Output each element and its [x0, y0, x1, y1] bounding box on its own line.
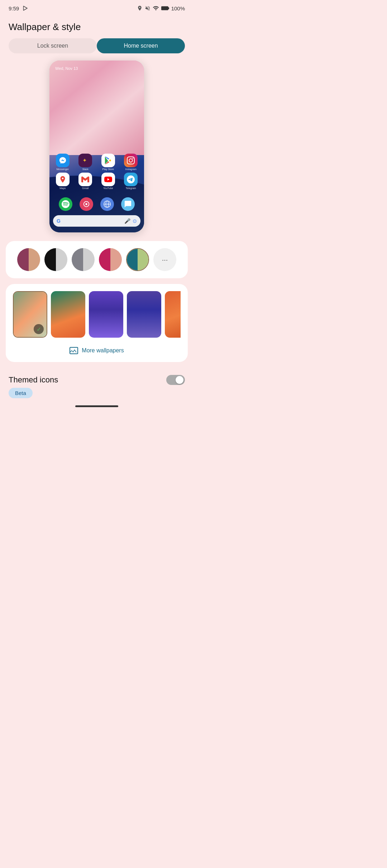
wallpaper-thumb-5[interactable] [165, 291, 181, 338]
battery-percent: 100% [171, 5, 185, 11]
more-wallpapers-label: More wallpapers [82, 347, 124, 354]
svg-marker-0 [24, 6, 28, 10]
wallpaper-thumb-1[interactable]: ✓ [13, 291, 47, 338]
mic-icon: 🎤 [124, 218, 130, 224]
playstore-icon [101, 154, 115, 167]
more-swatches-button[interactable]: ··· [153, 248, 176, 271]
app-label: YouTube [103, 187, 113, 189]
slack-icon: ✦ [78, 154, 92, 167]
palette-swatch-1[interactable] [17, 248, 40, 271]
phone-bg-top [49, 61, 144, 155]
list-item: Instagram [121, 154, 142, 170]
wallpaper-row: ✓ [13, 291, 181, 339]
google-logo: G [57, 218, 61, 224]
phone-date: Wed, Nov 13 [55, 66, 78, 71]
lens-icon: ⊙ [133, 218, 137, 224]
wallpaper-icon [70, 346, 78, 355]
bottom-bar [0, 398, 194, 411]
list-item: Telegram [121, 173, 142, 189]
app-label: Maps [59, 187, 66, 189]
svg-text:✦: ✦ [82, 157, 87, 163]
list-item: Play Store [98, 154, 119, 170]
app-label: Instagram [125, 168, 137, 170]
more-wallpapers-button[interactable]: More wallpapers [13, 345, 181, 355]
phone-preview-wrap: Wed, Nov 13 Messenger ✦ Slack Play St [0, 61, 194, 232]
tab-home-screen[interactable]: Home screen [97, 38, 185, 53]
svg-point-5 [62, 178, 63, 179]
palette-row: ··· [13, 248, 181, 271]
palette-swatch-4[interactable] [99, 248, 122, 271]
svg-point-7 [85, 203, 87, 205]
app-label: Play Store [102, 168, 114, 170]
app-label: Messenger [56, 168, 69, 170]
palette-swatch-5[interactable] [126, 248, 149, 271]
palette-swatch-2[interactable] [44, 248, 67, 271]
app-grid: Messenger ✦ Slack Play Store Instagram [49, 154, 144, 189]
instagram-icon [124, 154, 138, 167]
status-left: 9:59 [9, 5, 28, 11]
spotify-icon [59, 197, 72, 211]
browser-icon [100, 197, 114, 211]
list-item: YouTube [98, 173, 119, 189]
wallpaper-thumb-2[interactable] [51, 291, 85, 338]
beta-badge: Beta [0, 388, 194, 398]
maps-icon [56, 173, 70, 186]
svg-rect-3 [168, 7, 169, 9]
app-label: Slack [82, 168, 89, 170]
selected-check: ✓ [34, 324, 44, 334]
gmail-icon [78, 173, 92, 186]
tab-lock-screen[interactable]: Lock screen [9, 38, 97, 53]
messages-icon [121, 197, 135, 211]
time: 9:59 [9, 5, 19, 11]
wifi-icon [153, 5, 159, 11]
app-label: Gmail [82, 187, 89, 189]
list-item: Maps [52, 173, 73, 189]
phone-search-bar[interactable]: G 🎤 ⊙ [53, 215, 140, 227]
app-label: Telegram [126, 187, 136, 189]
themed-icons-label: Themed icons [9, 375, 58, 385]
status-bar: 9:59 100% [0, 0, 194, 14]
svg-rect-2 [161, 7, 168, 10]
phone-preview: Wed, Nov 13 Messenger ✦ Slack Play St [49, 61, 144, 232]
color-palette-card: ··· [6, 241, 188, 278]
list-item: ✦ Slack [75, 154, 96, 170]
wallpaper-thumb-3[interactable] [89, 291, 123, 338]
battery-icon [161, 6, 169, 11]
home-indicator [75, 405, 118, 407]
palette-swatch-3[interactable] [72, 248, 95, 271]
themed-icons-toggle[interactable] [166, 375, 185, 385]
themed-icons-row: Themed icons [0, 368, 194, 388]
messenger-icon [56, 154, 70, 167]
youtube-icon [101, 173, 115, 186]
wallpaper-thumb-4[interactable] [127, 291, 161, 338]
status-right: 100% [137, 5, 185, 11]
wallpaper-card: ✓ More wallpapers [6, 284, 188, 362]
play-icon [22, 5, 28, 11]
mute-icon [145, 5, 150, 11]
toggle-knob [176, 376, 183, 384]
cortana-icon [80, 197, 93, 211]
telegram-icon [124, 173, 138, 186]
tab-bar: Lock screen Home screen [9, 38, 185, 53]
location-icon [137, 5, 143, 11]
page-title: Wallpaper & style [0, 14, 194, 38]
list-item: Gmail [75, 173, 96, 189]
phone-dock [49, 197, 144, 211]
list-item: Messenger [52, 154, 73, 170]
